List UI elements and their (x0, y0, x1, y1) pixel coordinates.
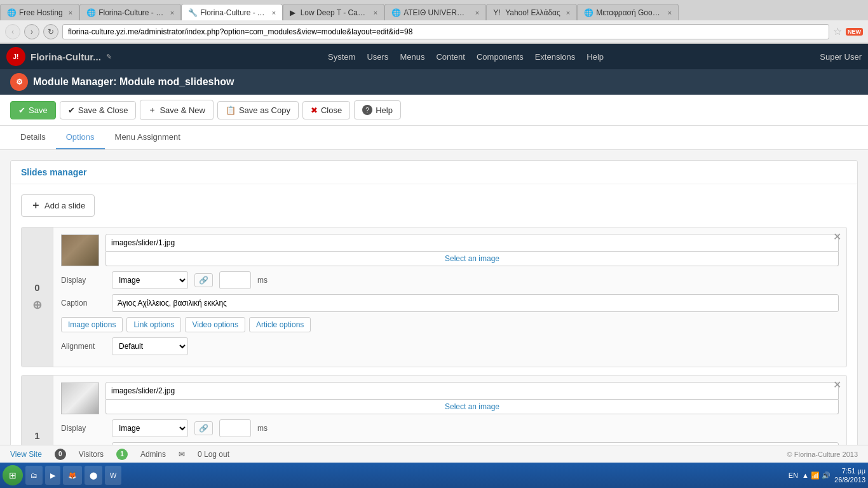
menu-users[interactable]: Users (367, 52, 388, 62)
toolbar: ✔ Save ✔ Save & Close ＋ Save & New 📋 Sav… (0, 95, 868, 126)
save-new-label: Save & New (159, 105, 205, 115)
browser-chrome: 🌐 Free Hosting × 🌐 Florina-Culture - Αρχ… (0, 0, 868, 44)
save-close-icon: ✔ (68, 105, 75, 115)
menu-components[interactable]: Components (477, 52, 524, 62)
save-copy-button[interactable]: 📋 Save as Copy (217, 101, 299, 119)
slide-image-row-1: Select an image (61, 382, 839, 414)
add-slide-icon: ＋ (31, 199, 41, 212)
tab-label-4: Low Deep T - Casabla... (301, 8, 368, 17)
menu-help[interactable]: Help (587, 52, 604, 62)
save-new-button[interactable]: ＋ Save & New (140, 100, 214, 120)
browser-tab-6[interactable]: Y! Yahoo! Ελλάδας × (486, 4, 577, 20)
display-row-0: Display Image 🔗 ms (61, 271, 839, 289)
menu-extensions[interactable]: Extensions (535, 52, 576, 62)
save-close-button[interactable]: ✔ Save & Close (60, 101, 137, 119)
tab-close-6[interactable]: × (566, 9, 570, 17)
taskbar-firefox[interactable]: 🦊 (63, 466, 82, 485)
start-button[interactable]: ⊞ (3, 465, 23, 485)
slide-card-0: 0 ⊕ Select an image Display (21, 227, 847, 367)
taskbar-media[interactable]: ▶ (45, 466, 60, 485)
tab-close-4[interactable]: × (374, 9, 377, 17)
taskbar-explorer[interactable]: 🗂 (25, 466, 43, 485)
joomla-site-link-icon[interactable]: ✎ (106, 53, 112, 61)
save-close-label: Save & Close (78, 105, 128, 115)
ms-input-1[interactable] (219, 419, 251, 437)
address-input[interactable] (62, 24, 829, 39)
menu-content[interactable]: Content (436, 52, 465, 62)
tab-close-2[interactable]: × (170, 9, 174, 17)
slide-image-path-1[interactable] (105, 382, 839, 400)
save-button[interactable]: ✔ Save (10, 101, 56, 119)
menu-menus[interactable]: Menus (400, 52, 424, 62)
taskbar-chrome[interactable]: ⬤ (85, 466, 102, 485)
image-options-tab-0[interactable]: Image options (61, 317, 123, 332)
windows-icon: ⊞ (9, 470, 17, 480)
options-row-0: Image options Link options Video options… (61, 317, 839, 332)
slide-image-path-0[interactable] (105, 234, 839, 252)
alignment-select-0[interactable]: Default (112, 337, 188, 355)
tab-favicon-5: 🌐 (391, 8, 400, 17)
slide-image-row-0: Select an image (61, 234, 839, 266)
tab-favicon-7: 🌐 (584, 8, 593, 17)
select-image-button-0[interactable]: Select an image (105, 252, 839, 266)
tab-close-7[interactable]: × (668, 9, 672, 17)
ms-input-0[interactable] (219, 271, 251, 289)
close-label: Close (321, 105, 342, 115)
close-button[interactable]: ✖ Close (302, 101, 350, 119)
browser-tab-5[interactable]: 🌐 ΑΤΕΙΘ UNIVERSITY ST... × (384, 4, 486, 20)
save-new-icon: ＋ (148, 104, 156, 116)
save-icon: ✔ (18, 105, 25, 115)
taskbar-time-display: 7:51 μμ (834, 466, 865, 475)
panel-heading: Slides manager (11, 161, 857, 184)
link-options-tab-0[interactable]: Link options (126, 317, 181, 332)
admins-label: Admins (140, 450, 166, 459)
display-select-0[interactable]: Image (112, 271, 188, 289)
tab-favicon-4: ▶ (290, 8, 297, 17)
select-image-button-1[interactable]: Select an image (105, 400, 839, 414)
taskbar-right: EN ▲ 📶 🔊 7:51 μμ 26/8/2013 (789, 466, 865, 485)
browser-tab-2[interactable]: 🌐 Florina-Culture - Αρχι... × (79, 4, 181, 20)
admins-badge: 1 (116, 449, 128, 460)
tabs-nav: Details Options Menu Assignment (0, 126, 868, 150)
messages-count: 0 Log out (198, 450, 229, 459)
back-button[interactable]: ‹ (5, 24, 20, 39)
view-site-link[interactable]: View Site (10, 450, 42, 459)
display-icon-btn-1[interactable]: 🔗 (194, 421, 213, 435)
bookmark-star[interactable]: ☆ (833, 25, 842, 37)
tab-close-5[interactable]: × (475, 9, 479, 17)
browser-tab-3[interactable]: 🔧 Florina-Culture - Adm... × (181, 4, 283, 20)
tab-favicon-6: Y! (493, 8, 502, 17)
video-options-tab-0[interactable]: Video options (185, 317, 245, 332)
browser-tab-7[interactable]: 🌐 Μεταφρασή Google × (577, 4, 679, 20)
joomla-topnav: J! Florina-Cultur... ✎ System Users Menu… (0, 44, 868, 69)
panel-body: ＋ Add a slide 0 ⊕ Select an (11, 184, 857, 488)
taskbar-date-display: 26/8/2013 (834, 475, 865, 484)
tab-menu-assignment[interactable]: Menu Assignment (105, 126, 191, 149)
tab-options[interactable]: Options (56, 126, 105, 149)
explorer-icon: 🗂 (31, 471, 37, 479)
refresh-button[interactable]: ↻ (43, 24, 58, 39)
save-label: Save (29, 105, 48, 115)
caption-input-0[interactable] (112, 294, 839, 312)
display-icon-btn-0[interactable]: 🔗 (194, 273, 213, 287)
slide-close-1[interactable]: ✕ (833, 379, 841, 391)
browser-tab-4[interactable]: ▶ Low Deep T - Casabla... × (283, 4, 384, 20)
tab-close-3[interactable]: × (272, 9, 276, 17)
slide-close-0[interactable]: ✕ (833, 231, 841, 243)
joomla-site-name[interactable]: Florina-Cultur... (31, 51, 101, 62)
drag-handle-0[interactable]: ⊕ (32, 298, 42, 312)
visitors-badge: 0 (55, 449, 66, 460)
menu-system[interactable]: System (328, 52, 355, 62)
add-slide-button[interactable]: ＋ Add a slide (21, 194, 95, 217)
visitors-label: Visitors (79, 450, 104, 459)
help-button[interactable]: ? Help (354, 100, 401, 119)
article-options-tab-0[interactable]: Article options (249, 317, 311, 332)
joomla-user[interactable]: Super User (820, 52, 862, 62)
slide-content-0: Select an image Display Image 🔗 ms (53, 227, 846, 367)
tab-details[interactable]: Details (10, 126, 56, 149)
display-select-1[interactable]: Image (112, 419, 188, 437)
forward-button[interactable]: › (24, 24, 39, 39)
tab-close-1[interactable]: × (69, 9, 72, 17)
taskbar-word[interactable]: W (105, 466, 121, 485)
browser-tab-1[interactable]: 🌐 Free Hosting × (0, 4, 79, 20)
